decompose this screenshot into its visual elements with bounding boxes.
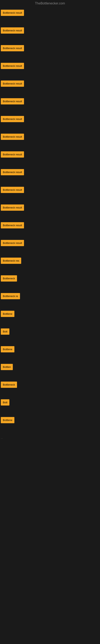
list-item: Bottleneck res <box>0 255 100 272</box>
bottleneck-result-badge[interactable]: Bottleneck result <box>1 240 24 246</box>
list-item: Bottleneck result <box>0 96 100 113</box>
bottleneck-result-badge[interactable]: Bottlene <box>1 311 14 317</box>
list-item: Bottleneck result <box>0 184 100 202</box>
list-item: Bottleneck result <box>0 131 100 148</box>
bottleneck-result-badge[interactable]: Bottleneck result <box>1 134 24 140</box>
bottleneck-result-badge[interactable]: Bottleneck result <box>1 204 24 211</box>
list-item: Bottleneck result <box>0 202 100 219</box>
bottleneck-result-badge[interactable]: Bott <box>1 328 9 335</box>
bottleneck-result-badge[interactable]: Bottleneck result <box>1 45 24 51</box>
list-item: Bottleneck result <box>0 60 100 78</box>
list-item: Bottleneck result <box>0 166 100 184</box>
bottleneck-result-badge[interactable]: Bottlene <box>1 346 14 352</box>
bottleneck-result-badge[interactable]: Bottleneck result <box>1 27 24 34</box>
bottleneck-result-badge[interactable]: Bottleneck <box>1 275 17 282</box>
bottleneck-result-badge[interactable]: Bottleneck result <box>1 169 24 175</box>
bottleneck-result-badge[interactable]: Bottleneck <box>1 382 17 388</box>
bottleneck-result-badge[interactable]: Bott <box>1 399 9 406</box>
bottleneck-result-badge[interactable]: Bottleneck result <box>1 187 24 193</box>
site-title: TheBottlenecker.com <box>0 0 100 7</box>
bottleneck-result-badge[interactable]: Bottleneck result <box>1 222 24 228</box>
bottleneck-result-badge[interactable]: Bottleneck res <box>1 258 21 264</box>
list-item: Bott <box>0 396 100 414</box>
bottleneck-result-badge[interactable]: Bottleneck result <box>1 98 24 104</box>
bottleneck-result-badge[interactable]: Bottlen <box>1 364 13 370</box>
bottleneck-result-badge[interactable]: Bottleneck re <box>1 293 20 299</box>
list-item: Bottleneck result <box>0 219 100 237</box>
ellipsis-indicator: ... <box>0 432 100 444</box>
bottleneck-result-badge[interactable]: Bottleneck result <box>1 10 24 16</box>
list-item: Bottleneck re <box>0 290 100 308</box>
list-item: Bottlene <box>0 308 100 326</box>
list-item: Bottleneck result <box>0 42 100 60</box>
list-item: Bottleneck <box>0 379 100 396</box>
list-item: Bottleneck result <box>0 24 100 42</box>
list-item: Bottlene <box>0 343 100 361</box>
bottleneck-result-badge[interactable]: Bottleneck result <box>1 80 24 87</box>
list-item: Bottleneck <box>0 272 100 290</box>
list-item: Bottleneck result <box>0 148 100 166</box>
list-item: Bottleneck result <box>0 237 100 255</box>
bottleneck-result-badge[interactable]: Bottleneck result <box>1 151 24 158</box>
list-item: Bottlene <box>0 414 100 432</box>
bottleneck-result-badge[interactable]: Bottleneck result <box>1 116 24 122</box>
bottleneck-result-badge[interactable]: Bottlene <box>1 417 14 423</box>
list-item: Bottleneck result <box>0 113 100 131</box>
list-item: Bottleneck result <box>0 7 100 24</box>
list-item: Bottleneck result <box>0 78 100 96</box>
list-item: Bott <box>0 326 100 343</box>
bottleneck-result-badge[interactable]: Bottleneck result <box>1 63 24 69</box>
list-item: Bottlen <box>0 361 100 379</box>
